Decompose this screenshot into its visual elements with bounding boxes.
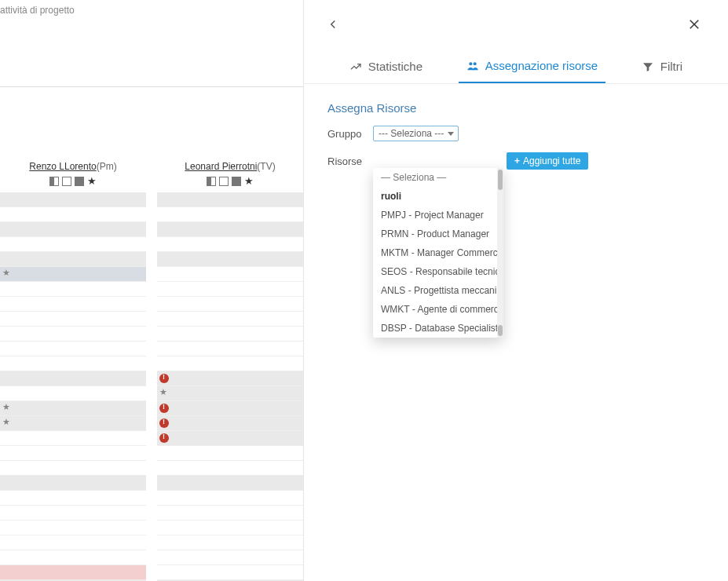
empty-square-icon[interactable] [62, 177, 71, 186]
empty-square-icon[interactable] [219, 177, 229, 186]
grid-cell[interactable] [157, 565, 303, 580]
back-button[interactable] [326, 17, 340, 35]
grid-cell[interactable] [0, 297, 146, 312]
group-dropdown[interactable]: — Seleziona — ruoli PMPJ - Project Manag… [373, 168, 503, 338]
grid-cell[interactable]: ★ [0, 416, 146, 431]
half-fill-icon[interactable] [207, 177, 216, 186]
grid-cell[interactable] [157, 192, 303, 207]
grid-cell[interactable] [157, 461, 303, 476]
grid-cell[interactable] [157, 356, 303, 371]
section-title: Assegna Risorse [327, 101, 704, 115]
grid-cell[interactable] [157, 327, 303, 342]
grid-cell[interactable] [0, 461, 146, 476]
grid-cell[interactable] [0, 565, 146, 580]
tab-statistics[interactable]: Statistiche [342, 59, 430, 83]
group-row: Gruppo --- Seleziona --- [327, 126, 704, 141]
tab-filters[interactable]: Filtri [634, 59, 690, 83]
grid-cell[interactable]: ★ [0, 267, 146, 282]
grid-cell[interactable] [0, 446, 146, 461]
full-square-icon[interactable] [232, 177, 241, 186]
grid-cell[interactable] [0, 222, 146, 237]
grid-cell[interactable] [157, 207, 303, 222]
close-button[interactable] [687, 17, 701, 35]
grid-cell[interactable] [0, 506, 146, 521]
grid-cell[interactable] [157, 312, 303, 327]
resource-column: Leonard Pierrotni(TV) ★ ★ [157, 161, 303, 581]
resource-code: (Pm) [97, 161, 117, 172]
grid-cell[interactable] [0, 521, 146, 535]
dropdown-placeholder[interactable]: — Seleziona — [373, 168, 503, 187]
column-header[interactable]: Leonard Pierrotni(TV) [157, 161, 303, 177]
svg-point-3 [473, 62, 476, 65]
resource-name: Renzo LLorento [29, 161, 96, 172]
add-all-button[interactable]: + Aggiungi tutte [507, 152, 588, 170]
dropdown-group-header: ruoli [373, 187, 503, 206]
grid-cell[interactable] [0, 237, 146, 252]
group-label: Gruppo [327, 128, 373, 140]
scrollbar-thumb[interactable] [498, 325, 503, 336]
grid-cell[interactable] [0, 207, 146, 222]
resource-name: Leonard Pierrotni [185, 161, 257, 172]
grid-cell[interactable]: ★ [0, 401, 146, 416]
grid-cell[interactable] [157, 297, 303, 312]
star-icon[interactable]: ★ [87, 177, 97, 186]
resources-label: Risorse [327, 155, 373, 167]
grid-cell[interactable] [157, 401, 303, 416]
dropdown-option[interactable]: ANLS - Progettista meccanico [373, 281, 503, 300]
dropdown-option[interactable]: PMPJ - Project Manager [373, 206, 503, 225]
grid-cell[interactable] [157, 506, 303, 521]
grid-cell[interactable] [157, 550, 303, 565]
add-all-label: Aggiungi tutte [523, 155, 580, 166]
chart-line-icon [349, 60, 362, 73]
grid-cell[interactable] [157, 267, 303, 282]
panel-header [304, 0, 728, 43]
tab-assign-resources[interactable]: Assegnazione risorse [459, 59, 605, 83]
tab-label: Statistiche [368, 60, 423, 73]
grid-cell[interactable] [0, 312, 146, 327]
grid-cell[interactable] [157, 491, 303, 506]
dropdown-option[interactable]: WMKT - Agente di commercio [373, 300, 503, 319]
grid-cell[interactable]: ★ [157, 386, 303, 401]
grid-cell[interactable] [0, 431, 146, 446]
half-fill-icon[interactable] [49, 177, 59, 186]
scrollbar-track[interactable] [497, 168, 503, 338]
grid-cell[interactable] [157, 431, 303, 446]
grid-cell[interactable] [0, 386, 146, 401]
grid-cell[interactable] [157, 476, 303, 491]
grid-cell[interactable] [0, 282, 146, 297]
grid-cell[interactable] [0, 356, 146, 371]
dropdown-option[interactable]: PRMN - Product Manager [373, 225, 503, 243]
star-icon: ★ [2, 402, 10, 412]
grid-cell[interactable] [0, 371, 146, 386]
grid-cell[interactable] [157, 371, 303, 386]
dropdown-option[interactable]: MKTM - Manager Commerciale [373, 243, 503, 262]
grid-cell[interactable] [0, 252, 146, 267]
grid-cell[interactable] [157, 446, 303, 461]
grid-cell[interactable] [0, 192, 146, 207]
dropdown-option[interactable]: DBSP - Database Specialist [373, 319, 503, 338]
grid-cell[interactable] [0, 342, 146, 356]
warning-icon [159, 374, 169, 383]
svg-point-2 [469, 62, 472, 65]
grid-cell[interactable] [0, 535, 146, 550]
group-select[interactable]: --- Seleziona --- [373, 126, 459, 141]
full-square-icon[interactable] [75, 177, 84, 186]
grid-cell[interactable] [157, 237, 303, 252]
scrollbar-thumb[interactable] [498, 170, 503, 190]
resource-column: Renzo LLorento(Pm) ★ ★★★★ [0, 161, 146, 581]
grid-cell[interactable] [0, 327, 146, 342]
grid-cell[interactable] [157, 252, 303, 267]
warning-icon [159, 404, 169, 413]
star-icon[interactable]: ★ [244, 177, 254, 186]
dropdown-option[interactable]: SEOS - Responsabile tecnico [373, 262, 503, 281]
grid-cell[interactable] [157, 416, 303, 431]
grid-cell[interactable] [157, 282, 303, 297]
grid-cell[interactable] [157, 535, 303, 550]
grid-cell[interactable] [0, 491, 146, 506]
grid-cell[interactable] [157, 222, 303, 237]
grid-cell[interactable] [0, 550, 146, 565]
grid-cell[interactable] [0, 476, 146, 491]
grid-cell[interactable] [157, 342, 303, 356]
grid-cell[interactable] [157, 521, 303, 535]
column-header[interactable]: Renzo LLorento(Pm) [0, 161, 146, 177]
